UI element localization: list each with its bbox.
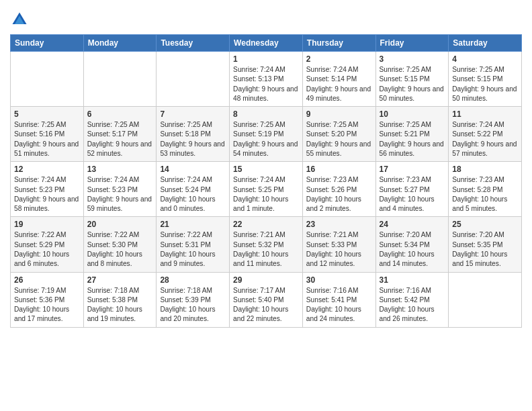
weekday-header-thursday: Thursday bbox=[302, 35, 375, 52]
calendar-cell: 24Sunrise: 7:20 AM Sunset: 5:34 PM Dayli… bbox=[375, 217, 449, 272]
day-info: Sunrise: 7:24 AM Sunset: 5:24 PM Dayligh… bbox=[160, 175, 226, 214]
day-number: 27 bbox=[87, 275, 153, 285]
day-info: Sunrise: 7:20 AM Sunset: 5:34 PM Dayligh… bbox=[380, 230, 445, 269]
day-number: 11 bbox=[452, 109, 518, 119]
calendar-cell: 18Sunrise: 7:23 AM Sunset: 5:28 PM Dayli… bbox=[449, 162, 522, 217]
calendar-cell: 8Sunrise: 7:25 AM Sunset: 5:19 PM Daylig… bbox=[230, 107, 303, 162]
day-number: 26 bbox=[14, 275, 80, 285]
day-number: 1 bbox=[233, 54, 299, 64]
day-info: Sunrise: 7:25 AM Sunset: 5:15 PM Dayligh… bbox=[452, 65, 518, 103]
weekday-header-wednesday: Wednesday bbox=[230, 35, 303, 52]
calendar-cell: 20Sunrise: 7:22 AM Sunset: 5:30 PM Dayli… bbox=[83, 217, 157, 272]
calendar-cell bbox=[449, 272, 522, 327]
day-info: Sunrise: 7:23 AM Sunset: 5:27 PM Dayligh… bbox=[380, 175, 445, 214]
day-info: Sunrise: 7:24 AM Sunset: 5:23 PM Dayligh… bbox=[87, 175, 153, 214]
calendar-cell: 16Sunrise: 7:23 AM Sunset: 5:26 PM Dayli… bbox=[302, 162, 375, 217]
day-info: Sunrise: 7:16 AM Sunset: 5:42 PM Dayligh… bbox=[380, 286, 445, 324]
day-info: Sunrise: 7:19 AM Sunset: 5:36 PM Dayligh… bbox=[14, 286, 80, 324]
day-number: 21 bbox=[160, 220, 226, 229]
calendar-cell: 4Sunrise: 7:25 AM Sunset: 5:15 PM Daylig… bbox=[449, 52, 522, 107]
day-info: Sunrise: 7:17 AM Sunset: 5:40 PM Dayligh… bbox=[233, 286, 299, 324]
calendar-week-row: 19Sunrise: 7:22 AM Sunset: 5:29 PM Dayli… bbox=[11, 217, 522, 272]
day-info: Sunrise: 7:21 AM Sunset: 5:32 PM Dayligh… bbox=[233, 230, 299, 269]
calendar-cell: 6Sunrise: 7:25 AM Sunset: 5:17 PM Daylig… bbox=[83, 107, 157, 162]
day-number: 5 bbox=[14, 109, 80, 119]
day-number: 18 bbox=[452, 165, 518, 174]
day-info: Sunrise: 7:20 AM Sunset: 5:35 PM Dayligh… bbox=[452, 230, 518, 269]
calendar-cell: 19Sunrise: 7:22 AM Sunset: 5:29 PM Dayli… bbox=[11, 217, 84, 272]
day-info: Sunrise: 7:22 AM Sunset: 5:31 PM Dayligh… bbox=[160, 230, 226, 269]
day-number: 23 bbox=[306, 220, 372, 229]
day-number: 10 bbox=[380, 109, 445, 119]
calendar-cell: 14Sunrise: 7:24 AM Sunset: 5:24 PM Dayli… bbox=[157, 162, 230, 217]
day-info: Sunrise: 7:24 AM Sunset: 5:13 PM Dayligh… bbox=[233, 65, 299, 103]
page: SundayMondayTuesdayWednesdayThursdayFrid… bbox=[0, 0, 532, 411]
day-info: Sunrise: 7:24 AM Sunset: 5:25 PM Dayligh… bbox=[233, 175, 299, 214]
day-number: 12 bbox=[14, 165, 80, 174]
day-info: Sunrise: 7:24 AM Sunset: 5:23 PM Dayligh… bbox=[14, 175, 80, 214]
calendar-cell bbox=[11, 52, 84, 107]
calendar: SundayMondayTuesdayWednesdayThursdayFrid… bbox=[10, 34, 522, 328]
calendar-cell: 30Sunrise: 7:16 AM Sunset: 5:41 PM Dayli… bbox=[302, 272, 375, 327]
calendar-cell: 29Sunrise: 7:17 AM Sunset: 5:40 PM Dayli… bbox=[230, 272, 303, 327]
day-info: Sunrise: 7:22 AM Sunset: 5:29 PM Dayligh… bbox=[14, 230, 80, 269]
day-info: Sunrise: 7:25 AM Sunset: 5:21 PM Dayligh… bbox=[380, 120, 445, 158]
calendar-cell: 28Sunrise: 7:18 AM Sunset: 5:39 PM Dayli… bbox=[157, 272, 230, 327]
day-number: 2 bbox=[306, 54, 372, 64]
calendar-cell: 7Sunrise: 7:25 AM Sunset: 5:18 PM Daylig… bbox=[157, 107, 230, 162]
day-info: Sunrise: 7:25 AM Sunset: 5:19 PM Dayligh… bbox=[233, 120, 299, 158]
day-info: Sunrise: 7:23 AM Sunset: 5:26 PM Dayligh… bbox=[306, 175, 372, 214]
day-info: Sunrise: 7:18 AM Sunset: 5:38 PM Dayligh… bbox=[87, 286, 153, 324]
day-info: Sunrise: 7:21 AM Sunset: 5:33 PM Dayligh… bbox=[306, 230, 372, 269]
calendar-cell: 26Sunrise: 7:19 AM Sunset: 5:36 PM Dayli… bbox=[11, 272, 84, 327]
calendar-cell: 3Sunrise: 7:25 AM Sunset: 5:15 PM Daylig… bbox=[375, 52, 449, 107]
day-info: Sunrise: 7:24 AM Sunset: 5:14 PM Dayligh… bbox=[306, 65, 372, 103]
day-info: Sunrise: 7:16 AM Sunset: 5:41 PM Dayligh… bbox=[306, 286, 372, 324]
day-info: Sunrise: 7:25 AM Sunset: 5:20 PM Dayligh… bbox=[306, 120, 372, 158]
calendar-cell: 1Sunrise: 7:24 AM Sunset: 5:13 PM Daylig… bbox=[230, 52, 303, 107]
day-number: 30 bbox=[306, 275, 372, 285]
day-number: 9 bbox=[306, 109, 372, 119]
weekday-header-monday: Monday bbox=[83, 35, 157, 52]
calendar-cell: 5Sunrise: 7:25 AM Sunset: 5:16 PM Daylig… bbox=[11, 107, 84, 162]
day-info: Sunrise: 7:25 AM Sunset: 5:15 PM Dayligh… bbox=[380, 65, 445, 103]
calendar-cell: 17Sunrise: 7:23 AM Sunset: 5:27 PM Dayli… bbox=[375, 162, 449, 217]
calendar-week-row: 1Sunrise: 7:24 AM Sunset: 5:13 PM Daylig… bbox=[11, 52, 522, 107]
day-info: Sunrise: 7:25 AM Sunset: 5:18 PM Dayligh… bbox=[160, 120, 226, 158]
header bbox=[10, 7, 522, 29]
calendar-week-row: 26Sunrise: 7:19 AM Sunset: 5:36 PM Dayli… bbox=[11, 272, 522, 327]
calendar-cell: 15Sunrise: 7:24 AM Sunset: 5:25 PM Dayli… bbox=[230, 162, 303, 217]
calendar-cell: 23Sunrise: 7:21 AM Sunset: 5:33 PM Dayli… bbox=[302, 217, 375, 272]
calendar-week-row: 5Sunrise: 7:25 AM Sunset: 5:16 PM Daylig… bbox=[11, 107, 522, 162]
day-number: 28 bbox=[160, 275, 226, 285]
calendar-cell: 25Sunrise: 7:20 AM Sunset: 5:35 PM Dayli… bbox=[449, 217, 522, 272]
logo-icon bbox=[10, 10, 29, 29]
calendar-cell: 21Sunrise: 7:22 AM Sunset: 5:31 PM Dayli… bbox=[157, 217, 230, 272]
day-info: Sunrise: 7:25 AM Sunset: 5:16 PM Dayligh… bbox=[14, 120, 80, 158]
day-number: 31 bbox=[380, 275, 445, 285]
day-info: Sunrise: 7:22 AM Sunset: 5:30 PM Dayligh… bbox=[87, 230, 153, 269]
calendar-cell: 12Sunrise: 7:24 AM Sunset: 5:23 PM Dayli… bbox=[11, 162, 84, 217]
weekday-header-sunday: Sunday bbox=[11, 35, 84, 52]
day-number: 16 bbox=[306, 165, 372, 174]
day-number: 24 bbox=[380, 220, 445, 229]
logo bbox=[10, 10, 32, 29]
calendar-cell: 11Sunrise: 7:24 AM Sunset: 5:22 PM Dayli… bbox=[449, 107, 522, 162]
calendar-week-row: 12Sunrise: 7:24 AM Sunset: 5:23 PM Dayli… bbox=[11, 162, 522, 217]
day-number: 13 bbox=[87, 165, 153, 174]
day-number: 14 bbox=[160, 165, 226, 174]
weekday-header-saturday: Saturday bbox=[449, 35, 522, 52]
calendar-cell bbox=[157, 52, 230, 107]
day-number: 15 bbox=[233, 165, 299, 174]
calendar-cell: 31Sunrise: 7:16 AM Sunset: 5:42 PM Dayli… bbox=[375, 272, 449, 327]
weekday-header-row: SundayMondayTuesdayWednesdayThursdayFrid… bbox=[11, 35, 522, 52]
calendar-cell: 13Sunrise: 7:24 AM Sunset: 5:23 PM Dayli… bbox=[83, 162, 157, 217]
day-number: 3 bbox=[380, 54, 445, 64]
calendar-cell: 22Sunrise: 7:21 AM Sunset: 5:32 PM Dayli… bbox=[230, 217, 303, 272]
day-number: 4 bbox=[452, 54, 518, 64]
weekday-header-friday: Friday bbox=[375, 35, 449, 52]
day-number: 17 bbox=[380, 165, 445, 174]
day-info: Sunrise: 7:25 AM Sunset: 5:17 PM Dayligh… bbox=[87, 120, 153, 158]
day-number: 8 bbox=[233, 109, 299, 119]
calendar-cell: 27Sunrise: 7:18 AM Sunset: 5:38 PM Dayli… bbox=[83, 272, 157, 327]
